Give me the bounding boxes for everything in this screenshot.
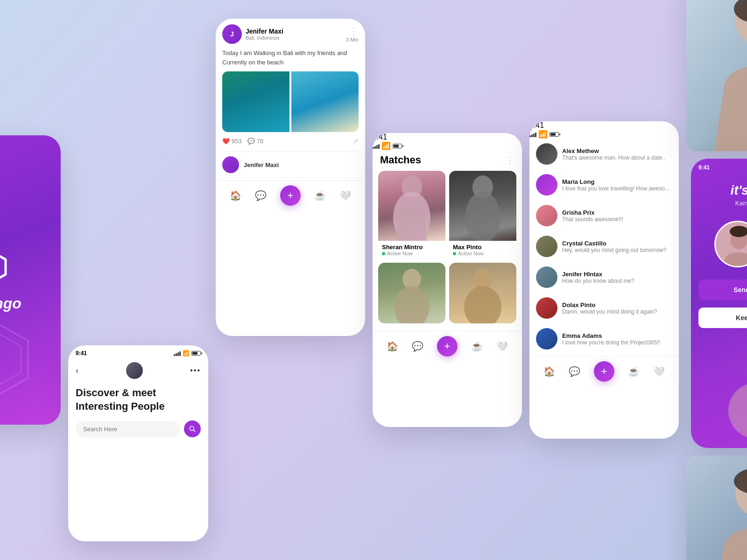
status-dot-0 [382, 252, 385, 255]
nav-home-matches[interactable]: 🏠 [387, 341, 398, 352]
wifi-icon-matches: 📶 [381, 141, 391, 150]
bottom-nav: 🏠 💬 + ☕ 🤍 [216, 180, 365, 210]
svg-line-4 [194, 430, 196, 432]
svg-marker-0 [0, 251, 6, 283]
chat-avatar-4 [536, 266, 557, 288]
post-mini-avatar [222, 156, 239, 173]
post-mini-name: Jenifer Maxi [244, 161, 279, 168]
post-avatar: J [222, 24, 242, 44]
post-more-button[interactable]: ⋮ [346, 26, 359, 37]
wifi-icon-chat: 📶 [538, 130, 548, 139]
match-card-2[interactable] [378, 263, 445, 323]
send-message-button[interactable]: Send Message [698, 280, 747, 300]
nav-chat[interactable]: 💬 [255, 190, 267, 201]
status-icons-discover: 📶 [174, 350, 201, 357]
match-name-1: Max Pinto [453, 244, 513, 251]
post-meta: ⋮ 3 Min [346, 26, 359, 42]
chat-content-1: Maria Long I love that you love travelli… [562, 178, 672, 192]
phone-match-screen: 9:41 📶 🔋 it's a ma Kamillia Liked y [691, 159, 747, 448]
match-img-max [449, 171, 516, 241]
chat-content-3: Crystal Castillo Hey, would you mind goi… [562, 240, 672, 253]
match-liked-text: Kamillia Liked y [700, 200, 747, 207]
match-screen-status: 9:41 📶 🔋 [691, 159, 747, 174]
match-status-0: Active Now [382, 251, 442, 256]
chat-content-5: Dolax Pinto Damn, would you mind doing i… [562, 301, 672, 315]
nav-mug-matches[interactable]: ☕ [471, 341, 483, 352]
match-info-0: Sheran Mintro Active Now [378, 241, 445, 259]
chat-item-5[interactable]: Dolax Pinto Damn, would you mind doing i… [529, 293, 679, 323]
app-title: Matchgo [0, 295, 21, 312]
battery-icon-matches [393, 144, 402, 148]
search-button[interactable] [184, 420, 201, 437]
post-text: Today I am Walking in Bali with my frien… [222, 49, 359, 67]
phone-matches: 9:41 📶 Matches ⋮ [373, 133, 522, 427]
match-img-sheran [378, 171, 445, 241]
svg-point-8 [465, 192, 500, 241]
nav-mug-chat[interactable]: ☕ [628, 366, 640, 377]
matches-grid: Sheran Mintro Active Now Max Pinto [373, 171, 522, 329]
nav-home-chat[interactable]: 🏠 [543, 366, 555, 377]
chat-item-6[interactable]: Emma Adams I love how you're doing the P… [529, 323, 679, 354]
nav-chat-chat[interactable]: 💬 [569, 366, 580, 377]
phone-splash: Matchgo [0, 135, 61, 425]
share-button[interactable]: ↗ [352, 137, 359, 146]
chat-item-2[interactable]: Grisha Prix That sounds awesome!!! [529, 200, 679, 231]
phone-discover: 9:41 📶 ‹ ••• Discover & meet Interesting… [68, 345, 208, 541]
status-bar-matches: 9:41 📶 [373, 133, 522, 150]
bottom-nav-matches: 🏠 💬 + ☕ 🤍 [373, 331, 522, 361]
profile-card-bottom: ❤️ [686, 455, 747, 560]
match-img-3 [449, 263, 516, 323]
nav-chat-matches[interactable]: 💬 [412, 341, 423, 352]
status-dot-1 [453, 252, 456, 255]
search-icon [189, 426, 196, 432]
match-card-3[interactable] [449, 263, 516, 323]
keep-playing-button[interactable]: Keep Playing [698, 308, 747, 328]
chat-list: Alex Methew That's awesome man. How abou… [529, 139, 679, 354]
signal-icon [174, 350, 181, 356]
heart-icon: ❤️ [222, 138, 230, 145]
chat-name-5: Dolax Pinto [562, 301, 672, 308]
status-icons-matches: 📶 [373, 141, 522, 150]
matches-more[interactable]: ⋮ [505, 154, 514, 166]
chat-content-4: Jenifer HIntax How do you know about me? [562, 271, 672, 284]
back-button[interactable]: ‹ [76, 366, 78, 376]
chat-item-0[interactable]: Alex Methew That's awesome man. How abou… [529, 139, 679, 169]
nav-add-matches[interactable]: + [437, 336, 458, 357]
chat-content-0: Alex Methew That's awesome man. How abou… [562, 147, 672, 161]
chat-item-3[interactable]: Crystal Castillo Hey, would you mind goi… [529, 231, 679, 262]
profile-card-image-bottom [686, 455, 747, 560]
silhouette-3 [378, 263, 445, 323]
svg-point-10 [394, 286, 430, 323]
likes-count[interactable]: ❤️ 953 [222, 138, 242, 145]
chat-msg-0: That's awesome man. How about a date.. [562, 154, 672, 161]
bottom-profile-preview [691, 373, 747, 448]
match-screen-title: it's a ma Kamillia Liked y [691, 174, 747, 216]
chat-name-1: Maria Long [562, 178, 672, 185]
nav-add-button[interactable]: + [280, 185, 301, 206]
nav-home[interactable]: 🏠 [230, 190, 241, 201]
chat-item-1[interactable]: Maria Long I love that you love travelli… [529, 169, 679, 200]
its-a-match-text: it's a ma [700, 183, 747, 198]
nav-heart-matches[interactable]: 🤍 [496, 341, 508, 352]
hex-bg-decor [0, 313, 37, 406]
chat-name-0: Alex Methew [562, 147, 672, 154]
chat-item-4[interactable]: Jenifer HIntax How do you know about me? [529, 262, 679, 293]
chat-name-6: Emma Adams [562, 332, 672, 339]
profile-preview-svg [691, 373, 747, 448]
chat-content-2: Grisha Prix That sounds awesome!!! [562, 209, 672, 223]
time-chat: 9:41 [529, 121, 544, 129]
nav-add-chat[interactable]: + [594, 361, 614, 382]
chat-avatar-5 [536, 297, 557, 319]
nav-heart[interactable]: 🤍 [339, 190, 351, 201]
post-images [222, 71, 359, 132]
match-avatars [691, 216, 747, 272]
nav-heart-chat[interactable]: 🤍 [653, 366, 665, 377]
bottom-nav-chat: 🏠 💬 + ☕ 🤍 [529, 356, 679, 386]
comments-count[interactable]: 💬 78 [247, 138, 263, 145]
match-card-1[interactable]: Max Pinto Active Now [449, 171, 516, 259]
search-input[interactable] [76, 421, 180, 437]
divider2 [222, 178, 359, 178]
match-card-0[interactable]: Sheran Mintro Active Now [378, 171, 445, 259]
more-button[interactable]: ••• [190, 366, 201, 375]
nav-mug[interactable]: ☕ [314, 190, 326, 201]
